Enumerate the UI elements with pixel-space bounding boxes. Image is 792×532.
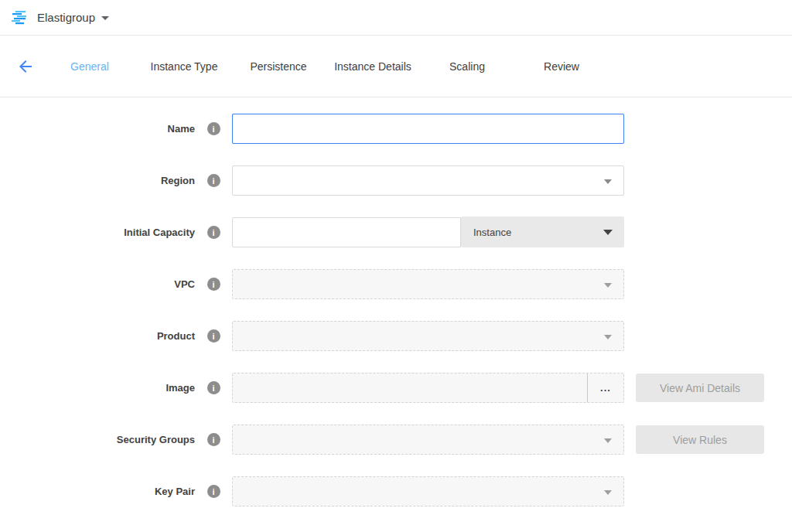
info-icon[interactable]: i [207, 329, 220, 343]
key-pair-field-row: Key Pair i [0, 476, 792, 506]
info-icon[interactable]: i [207, 122, 220, 135]
vpc-field-row: VPC i [0, 269, 792, 299]
wizard-tabs: General Instance Type Persistence Instan… [43, 60, 609, 73]
initial-capacity-input[interactable] [232, 217, 461, 247]
chevron-down-icon [604, 438, 612, 443]
product-select[interactable] [232, 321, 624, 351]
tab-scaling[interactable]: Scaling [420, 60, 514, 73]
initial-capacity-field-label: Initial Capacity [0, 227, 195, 238]
top-bar: Elastigroup [0, 0, 792, 36]
name-field-label: Name [0, 123, 195, 135]
arrow-left-icon [16, 57, 35, 76]
chevron-down-icon [604, 335, 612, 339]
key-pair-select[interactable] [232, 476, 624, 506]
product-field-row: Product i [0, 321, 792, 351]
info-icon[interactable]: i [207, 278, 220, 291]
chevron-down-icon[interactable] [101, 16, 109, 20]
tab-instance-details[interactable]: Instance Details [326, 60, 420, 73]
capacity-unit-select[interactable]: Instance [461, 217, 624, 247]
tab-persistence[interactable]: Persistence [231, 60, 326, 73]
view-rules-button[interactable]: View Rules [636, 425, 764, 454]
capacity-unit-value: Instance [473, 227, 511, 238]
info-icon[interactable]: i [207, 485, 220, 498]
chevron-down-icon [604, 283, 612, 288]
image-input[interactable]: ... [232, 373, 624, 403]
view-ami-details-button[interactable]: View Ami Details [636, 373, 764, 402]
info-icon[interactable]: i [207, 226, 220, 239]
general-settings-form: Name i Region i Initial Capacity i Insta… [0, 97, 792, 506]
app-switcher-label[interactable]: Elastigroup [37, 11, 95, 24]
image-field-label: Image [0, 382, 195, 394]
wizard-tab-bar: General Instance Type Persistence Instan… [0, 36, 792, 97]
product-field-label: Product [0, 330, 195, 342]
chevron-down-icon [604, 490, 612, 495]
region-select[interactable] [232, 165, 624, 196]
chevron-down-icon [604, 179, 612, 184]
chevron-down-icon [603, 230, 613, 235]
security-groups-field-row: Security Groups i View Rules [0, 425, 792, 455]
back-button[interactable] [15, 57, 36, 77]
tab-instance-type[interactable]: Instance Type [137, 60, 231, 73]
region-field-label: Region [0, 175, 195, 186]
browse-ellipsis-button[interactable]: ... [587, 373, 623, 402]
security-groups-field-label: Security Groups [0, 434, 195, 445]
info-icon[interactable]: i [207, 174, 220, 187]
key-pair-field-label: Key Pair [0, 486, 195, 497]
vpc-field-label: VPC [0, 278, 195, 290]
name-input[interactable] [232, 114, 624, 144]
initial-capacity-field-row: Initial Capacity i Instance [0, 217, 792, 247]
elastigroup-logo-icon [11, 9, 29, 27]
region-field-row: Region i [0, 165, 792, 196]
security-groups-select[interactable] [232, 425, 624, 455]
tab-general[interactable]: General [43, 60, 137, 73]
info-icon[interactable]: i [207, 381, 220, 394]
info-icon[interactable]: i [207, 433, 220, 446]
name-field-row: Name i [0, 114, 792, 144]
tab-review[interactable]: Review [514, 60, 609, 73]
image-field-row: Image i ... View Ami Details [0, 373, 792, 403]
vpc-select[interactable] [232, 269, 624, 299]
